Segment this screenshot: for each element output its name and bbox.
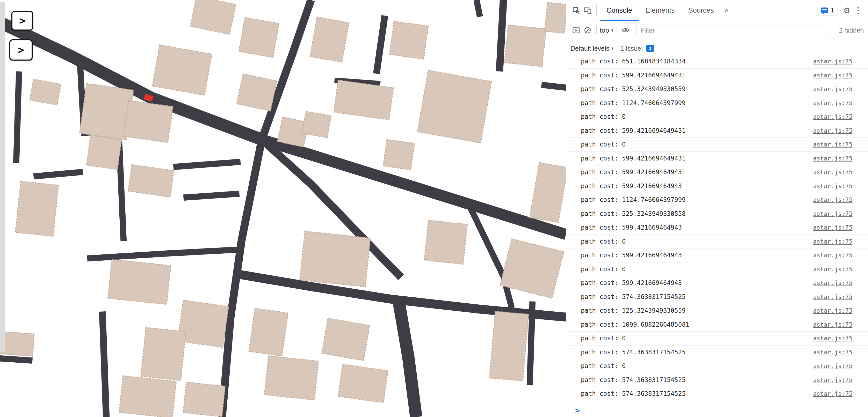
live-expression-eye-icon[interactable] xyxy=(620,25,631,36)
console-sidebar-icon[interactable] xyxy=(570,25,582,36)
log-message: path cost: 0 xyxy=(581,265,626,273)
log-source-link[interactable]: astar.js:75 xyxy=(813,266,852,272)
settings-gear-icon[interactable]: ⚙ xyxy=(841,5,852,16)
log-source-link[interactable]: astar.js:75 xyxy=(813,72,852,79)
tab-label: Sources xyxy=(688,6,714,14)
log-source-link[interactable]: astar.js:75 xyxy=(813,390,852,397)
log-source-link[interactable]: astar.js:75 xyxy=(813,307,852,314)
log-source-link[interactable]: astar.js:75 xyxy=(813,100,852,106)
log-message: path cost: 599.421669464943 xyxy=(581,224,682,231)
log-levels-label: Default levels xyxy=(570,45,609,52)
console-log-row: path cost: 0 astar.js:75 xyxy=(566,110,868,124)
console-log-row: path cost: 651.1684834184334 astar.js:75 xyxy=(566,55,868,69)
devtools-tab[interactable]: Sources xyxy=(682,0,721,21)
devtools-tab-bar: Console Elements Sources » 1 ⚙ ⋮ xyxy=(566,0,868,21)
log-source-link[interactable]: astar.js:75 xyxy=(813,238,852,245)
devtools-tabs: Console Elements Sources xyxy=(600,0,721,21)
canvas-left-strip xyxy=(0,2,5,352)
issue-badge: 1 xyxy=(646,45,654,52)
log-source-link[interactable]: astar.js:75 xyxy=(813,196,852,203)
context-selector[interactable]: top ▾ xyxy=(600,26,614,34)
map-control-button-2[interactable]: > xyxy=(9,39,33,61)
log-message: path cost: 0 xyxy=(581,141,626,148)
console-log-row: path cost: 0 astar.js:75 xyxy=(566,359,868,373)
log-message: path cost: 599.4216694649431 xyxy=(581,155,686,162)
console-log-row: path cost: 525.3243949330558 astar.js:75 xyxy=(566,207,868,221)
log-message: path cost: 599.4216694649431 xyxy=(581,127,686,134)
log-source-link[interactable]: astar.js:75 xyxy=(813,252,852,259)
log-source-link[interactable]: astar.js:75 xyxy=(813,280,852,286)
console-log-row: path cost: 0 astar.js:75 xyxy=(566,235,868,249)
console-toolbar: top ▾ 2 hidden xyxy=(566,21,868,40)
console-filter-input[interactable] xyxy=(637,25,828,36)
log-source-link[interactable]: astar.js:75 xyxy=(813,335,852,342)
console-messages-badge[interactable]: 1 xyxy=(817,5,837,16)
separator xyxy=(596,5,597,16)
log-source-link[interactable]: astar.js:75 xyxy=(813,224,852,231)
console-log-row: path cost: 525.3243949330559 astar.js:75 xyxy=(566,82,868,96)
devtools-tab[interactable]: Console xyxy=(600,0,639,21)
log-source-link[interactable]: astar.js:75 xyxy=(813,114,852,120)
console-log-row: path cost: 525.3243949330559 astar.js:75 xyxy=(566,304,868,318)
inspect-icon[interactable] xyxy=(570,5,582,16)
log-source-link[interactable]: astar.js:75 xyxy=(813,293,852,300)
log-levels-selector[interactable]: Default levels ▾ xyxy=(570,45,614,52)
issues-counter[interactable]: 1 Issue: 1 xyxy=(620,45,654,52)
console-log-row: path cost: 599.421669464943 astar.js:75 xyxy=(566,276,868,290)
console-log-row: path cost: 1099.6882266485081 astar.js:7… xyxy=(566,318,868,332)
log-message: path cost: 599.421669464943 xyxy=(581,183,682,190)
log-source-link[interactable]: astar.js:75 xyxy=(813,321,852,328)
log-message: path cost: 599.421669464943 xyxy=(581,279,682,287)
chevron-down-icon: ▾ xyxy=(611,27,614,33)
context-label: top xyxy=(600,26,609,34)
kebab-menu-icon[interactable]: ⋮ xyxy=(852,5,864,16)
prompt-chevron-icon: > xyxy=(575,406,580,415)
log-source-link[interactable]: astar.js:75 xyxy=(813,363,852,370)
log-source-link[interactable]: astar.js:75 xyxy=(813,169,852,175)
map-control-button-1[interactable]: > xyxy=(11,11,33,31)
log-message: path cost: 574.3638317154525 xyxy=(581,349,686,356)
console-log-row: path cost: 1124.746064397999 astar.js:75 xyxy=(566,96,868,110)
tab-label: Console xyxy=(607,6,632,14)
console-log-row: path cost: 574.3638317154525 astar.js:75 xyxy=(566,387,868,401)
console-log-row: path cost: 0 astar.js:75 xyxy=(566,331,868,346)
log-message: path cost: 574.3638317154525 xyxy=(581,390,686,397)
message-count: 1 xyxy=(831,7,834,14)
log-source-link[interactable]: astar.js:75 xyxy=(813,86,852,92)
separator xyxy=(596,26,597,34)
log-message: path cost: 599.4216694649431 xyxy=(581,72,686,79)
app-root: > > Console Elements Sources xyxy=(0,0,868,417)
separator xyxy=(836,26,836,34)
clear-console-icon[interactable] xyxy=(582,25,593,36)
console-log-row: path cost: 599.4216694649431 astar.js:75 xyxy=(566,165,868,180)
log-message: path cost: 599.4216694649431 xyxy=(581,168,686,176)
log-source-link[interactable]: astar.js:75 xyxy=(813,155,852,162)
log-source-link[interactable]: astar.js:75 xyxy=(813,127,852,134)
log-source-link[interactable]: astar.js:75 xyxy=(813,58,852,65)
log-message: path cost: 599.421669464943 xyxy=(581,252,682,259)
console-log-row: path cost: 574.3638317154525 astar.js:75 xyxy=(566,346,868,359)
console-log-row: path cost: 0 astar.js:75 xyxy=(566,138,868,152)
map-canvas[interactable] xyxy=(0,0,566,417)
log-message: path cost: 651.1684834184334 xyxy=(581,58,686,65)
console-log-list: path cost: 651.1684834184334 astar.js:75… xyxy=(566,55,868,404)
log-source-link[interactable]: astar.js:75 xyxy=(813,141,852,148)
console-prompt[interactable]: > xyxy=(566,404,868,417)
log-source-link[interactable]: astar.js:75 xyxy=(813,211,852,217)
log-source-link[interactable]: astar.js:75 xyxy=(813,377,852,383)
log-source-link[interactable]: astar.js:75 xyxy=(813,349,852,356)
chevron-down-icon: ▾ xyxy=(611,45,614,51)
log-message: path cost: 574.3638317154525 xyxy=(581,376,686,384)
log-message: path cost: 525.3243949330559 xyxy=(581,307,686,314)
device-toolbar-icon[interactable] xyxy=(582,5,593,16)
hidden-messages-label[interactable]: 2 hidden xyxy=(839,27,864,34)
tab-label: Elements xyxy=(646,6,675,14)
more-tabs-icon[interactable]: » xyxy=(721,6,732,14)
log-message: path cost: 525.3243949330559 xyxy=(581,86,686,93)
console-log-row: path cost: 574.3638317154525 astar.js:75 xyxy=(566,373,868,387)
console-log-row: path cost: 574.3638317154525 astar.js:75 xyxy=(566,290,868,304)
message-bubble-icon xyxy=(821,7,828,13)
log-source-link[interactable]: astar.js:75 xyxy=(813,183,852,190)
log-message: path cost: 574.3638317154525 xyxy=(581,293,686,300)
devtools-tab[interactable]: Elements xyxy=(639,0,682,21)
